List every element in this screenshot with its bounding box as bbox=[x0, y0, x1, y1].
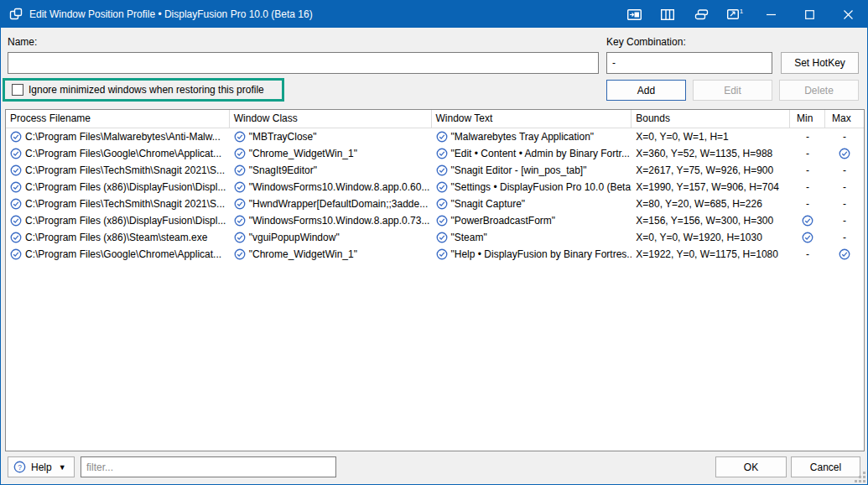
window-text-cell-text: "Help • DisplayFusion by Binary Fortres.… bbox=[451, 248, 632, 260]
window-text-cell-text: "Edit • Content • Admin by Binary Fortr.… bbox=[451, 148, 630, 159]
check-circle-icon[interactable] bbox=[234, 248, 246, 260]
filter-input[interactable] bbox=[81, 456, 336, 477]
bounds-cell-text: X=80, Y=20, W=685, H=226 bbox=[636, 198, 762, 210]
help-button[interactable]: ? Help ▼ bbox=[8, 456, 75, 477]
window-class-cell-text: "WindowsForms10.Window.8.app.0.73... bbox=[249, 215, 430, 227]
column-header-max[interactable]: Max bbox=[825, 110, 864, 128]
check-circle-icon[interactable] bbox=[234, 164, 246, 176]
check-circle-icon[interactable] bbox=[436, 198, 448, 210]
check-circle-icon[interactable] bbox=[234, 215, 246, 227]
table-row[interactable]: C:\Program Files\TechSmith\Snagit 2021\S… bbox=[6, 196, 864, 212]
minimize-icon[interactable] bbox=[751, 1, 790, 28]
edit-button[interactable]: Edit bbox=[693, 80, 772, 101]
key-combination-input[interactable] bbox=[606, 52, 772, 74]
check-circle-icon[interactable] bbox=[436, 148, 448, 159]
max-cell[interactable] bbox=[825, 246, 864, 263]
column-header-window-text[interactable]: Window Text bbox=[432, 110, 632, 128]
maximize-icon[interactable] bbox=[790, 1, 829, 28]
resize-grip[interactable] bbox=[855, 472, 865, 482]
check-circle-icon[interactable] bbox=[10, 131, 22, 143]
table-row[interactable]: C:\Program Files\Malwarebytes\Anti-Malw.… bbox=[6, 128, 864, 145]
table-row[interactable]: C:\Program Files\Google\Chrome\Applicat.… bbox=[6, 246, 864, 263]
process-filename-cell: C:\Program Files (x86)\DisplayFusion\Dis… bbox=[6, 179, 230, 196]
max-cell[interactable] bbox=[825, 145, 864, 162]
column-header-window-class[interactable]: Window Class bbox=[230, 110, 432, 128]
min-cell[interactable]: - bbox=[790, 179, 825, 196]
window-class-cell-text: "MBTrayClose" bbox=[249, 131, 317, 143]
process-filename-cell-text: C:\Program Files\TechSmith\Snagit 2021\S… bbox=[25, 164, 225, 176]
key-combination-label: Key Combination: bbox=[606, 36, 686, 48]
process-filename-cell-text: C:\Program Files (x86)\DisplayFusion\Dis… bbox=[25, 181, 226, 193]
cascade-windows-icon[interactable] bbox=[684, 1, 718, 28]
set-hotkey-button[interactable]: Set HotKey bbox=[781, 52, 859, 74]
column-header-process-filename[interactable]: Process Filename bbox=[6, 110, 230, 128]
check-circle-icon[interactable] bbox=[10, 198, 22, 210]
check-circle-icon[interactable] bbox=[10, 232, 22, 243]
check-circle-icon[interactable] bbox=[234, 232, 246, 243]
max-cell[interactable]: - bbox=[825, 212, 864, 229]
check-circle-icon[interactable] bbox=[436, 164, 448, 176]
check-circle-icon[interactable] bbox=[234, 181, 246, 193]
check-circle-icon[interactable] bbox=[10, 148, 22, 159]
window-text-cell-text: "Malwarebytes Tray Application" bbox=[451, 131, 595, 143]
max-cell[interactable]: - bbox=[825, 196, 864, 212]
table-row[interactable]: C:\Program Files\TechSmith\Snagit 2021\S… bbox=[6, 162, 864, 179]
table-row[interactable]: C:\Program Files\Google\Chrome\Applicat.… bbox=[6, 145, 864, 162]
window-class-cell: "SnagIt9Editor" bbox=[230, 162, 432, 179]
max-cell[interactable]: - bbox=[825, 128, 864, 145]
table-header: Process Filename Window Class Window Tex… bbox=[6, 110, 864, 128]
check-circle-icon[interactable] bbox=[436, 131, 448, 143]
window-class-cell-text: "vguiPopupWindow" bbox=[249, 232, 340, 243]
check-circle-icon[interactable] bbox=[10, 248, 22, 260]
process-filename-cell-text: C:\Program Files\Malwarebytes\Anti-Malw.… bbox=[25, 131, 221, 143]
close-icon[interactable] bbox=[829, 1, 867, 28]
delete-button[interactable]: Delete bbox=[779, 80, 859, 101]
add-button[interactable]: Add bbox=[606, 80, 686, 101]
ignore-minimized-checkbox[interactable] bbox=[12, 84, 23, 96]
check-circle-icon[interactable] bbox=[234, 131, 246, 143]
min-cell[interactable] bbox=[790, 212, 825, 229]
check-circle-icon[interactable] bbox=[10, 164, 22, 176]
tile-windows-icon[interactable] bbox=[651, 1, 684, 28]
check-circle-icon[interactable] bbox=[436, 215, 448, 227]
move-window-to-monitor-icon[interactable] bbox=[617, 1, 651, 28]
column-header-bounds[interactable]: Bounds bbox=[632, 110, 790, 128]
check-circle-icon[interactable] bbox=[10, 215, 22, 227]
min-cell[interactable]: - bbox=[790, 145, 825, 162]
process-filename-cell: C:\Program Files\Google\Chrome\Applicat.… bbox=[6, 246, 230, 263]
max-cell[interactable]: - bbox=[825, 162, 864, 179]
bounds-cell: X=0, Y=0, W=1, H=1 bbox=[632, 128, 790, 145]
process-filename-cell: C:\Program Files (x86)\DisplayFusion\Dis… bbox=[6, 212, 230, 229]
table-row[interactable]: C:\Program Files (x86)\DisplayFusion\Dis… bbox=[6, 212, 864, 229]
svg-text:?: ? bbox=[18, 463, 22, 472]
window-text-cell: "Snagit Editor - [win_pos_tab]" bbox=[432, 162, 632, 179]
window-class-cell-text: "HwndWrapper[DefaultDomain;;3adde... bbox=[249, 198, 428, 210]
check-circle-icon[interactable] bbox=[234, 198, 246, 210]
max-cell[interactable]: - bbox=[825, 229, 864, 246]
name-input[interactable] bbox=[8, 52, 599, 74]
check-circle-icon[interactable] bbox=[436, 181, 448, 193]
window-text-cell: "Malwarebytes Tray Application" bbox=[432, 128, 632, 145]
chevron-down-icon: ▼ bbox=[59, 463, 66, 472]
min-cell[interactable] bbox=[790, 229, 825, 246]
bounds-cell-text: X=2617, Y=75, W=926, H=900 bbox=[636, 164, 773, 176]
process-filename-cell: C:\Program Files\Malwarebytes\Anti-Malw.… bbox=[6, 128, 230, 145]
min-cell[interactable]: - bbox=[790, 128, 825, 145]
check-circle-icon[interactable] bbox=[436, 248, 448, 260]
ok-button[interactable]: OK bbox=[715, 456, 787, 477]
check-circle-icon[interactable] bbox=[10, 181, 22, 193]
table-row[interactable]: C:\Program Files (x86)\Steam\steam.exe"v… bbox=[6, 229, 864, 246]
check-circle-icon[interactable] bbox=[234, 148, 246, 159]
min-cell[interactable]: - bbox=[790, 196, 825, 212]
max-cell[interactable]: - bbox=[825, 179, 864, 196]
window-positions-table: Process Filename Window Class Window Tex… bbox=[5, 109, 865, 451]
table-row[interactable]: C:\Program Files (x86)\DisplayFusion\Dis… bbox=[6, 179, 864, 196]
check-circle-icon[interactable] bbox=[436, 232, 448, 243]
window-text-cell-text: "Snagit Capture" bbox=[451, 198, 526, 210]
min-cell[interactable]: - bbox=[790, 246, 825, 263]
process-filename-cell: C:\Program Files\TechSmith\Snagit 2021\S… bbox=[6, 196, 230, 212]
cancel-button[interactable]: Cancel bbox=[791, 456, 860, 477]
min-cell[interactable]: - bbox=[790, 162, 825, 179]
monitor-1-icon[interactable]: 1 bbox=[718, 1, 751, 28]
column-header-min[interactable]: Min bbox=[790, 110, 825, 128]
